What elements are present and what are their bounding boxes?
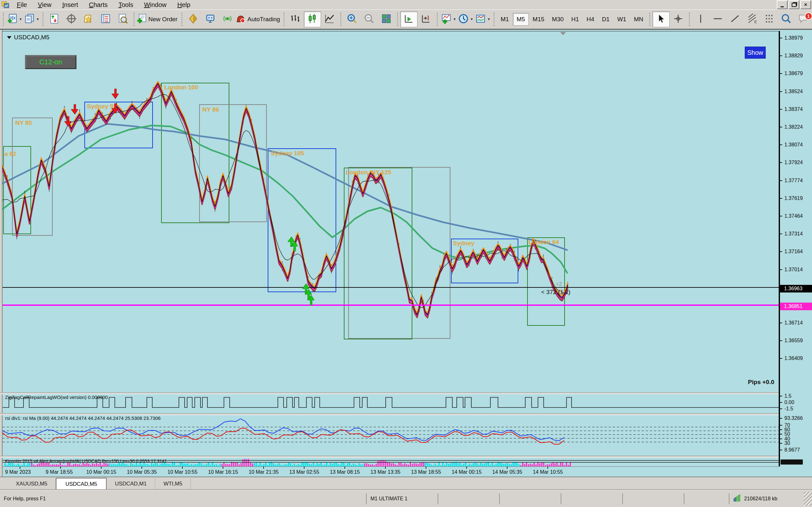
network-bars-icon (733, 494, 742, 504)
tab-xauusdm5[interactable]: XAUUSD,M5 (8, 478, 56, 489)
toolbar-group-handle[interactable] (494, 13, 495, 26)
cursor-button[interactable] (653, 11, 670, 27)
toolbar-group-handle[interactable] (3, 13, 4, 26)
price-tick-label: 8.9677 (784, 447, 800, 453)
kiosotto-axis-blob (780, 459, 803, 464)
expert-advisors-button[interactable] (202, 11, 219, 27)
navigator-button[interactable] (80, 11, 97, 27)
tile-windows-button[interactable] (378, 11, 395, 27)
signals-button[interactable] (219, 11, 236, 27)
kiosotto-indicator-pane[interactable]: Kiosotto 2015 v4 Alert Arrows|mobidik| U… (3, 458, 779, 466)
tab-usdcadm5[interactable]: USDCAD,M5 (56, 478, 107, 490)
menu-help[interactable]: Help (172, 1, 196, 8)
fibonacci-icon: E (747, 13, 757, 25)
timeframe-mn-button[interactable]: MN (630, 13, 647, 26)
toolbar-group-handle[interactable] (182, 13, 183, 26)
menu-tools[interactable]: Tools (113, 1, 139, 8)
bar-chart-button[interactable] (287, 11, 304, 27)
timeframe-m30-button[interactable]: M30 (548, 13, 567, 26)
restore-button[interactable] (789, 0, 799, 9)
toolbar-group-handle[interactable] (689, 13, 690, 26)
toolbar-group-handle[interactable] (340, 13, 341, 26)
resize-grip[interactable] (804, 492, 812, 506)
cursor-icon (656, 13, 666, 25)
templates-button[interactable]: ▼ (474, 11, 491, 27)
timeframe-w1-button[interactable]: W1 (613, 13, 630, 26)
zoom-out-button[interactable] (361, 11, 378, 27)
price-axis[interactable]: 1.389791.388291.386791.385241.383741.382… (779, 31, 812, 466)
new-chart-button[interactable]: ▼ (6, 11, 23, 27)
zigzag-indicator-pane[interactable]: ZigZagCallRepaintLagWO(wd version) 0.000… (3, 394, 779, 413)
menu-file[interactable]: File (11, 1, 32, 8)
notifications-button[interactable]: 1 (795, 11, 812, 27)
strategy-tester-icon (117, 13, 128, 25)
dropdown-arrow-icon[interactable]: ▼ (19, 17, 22, 21)
metaeditor-button[interactable] (185, 11, 202, 27)
strategy-tester-button[interactable] (114, 11, 131, 27)
dropdown-arrow-icon[interactable]: ▼ (470, 17, 473, 21)
trendline-button[interactable] (726, 11, 744, 27)
horizontal-line-button[interactable] (709, 11, 726, 27)
symbol-text: USDCAD,M5 (14, 34, 49, 41)
time-axis-tick (507, 467, 507, 469)
periods-button[interactable]: ▼ (457, 11, 474, 27)
rsi-indicator-pane[interactable]: rsi div1: rsi Ma (9.00) 44.2474 44.2474 … (3, 415, 779, 456)
show-button[interactable]: Show (745, 47, 766, 59)
profiles-button[interactable]: ▼ (23, 11, 40, 27)
data-window-button[interactable] (63, 11, 80, 27)
network-traffic-text: 210624/118 kb (744, 496, 777, 502)
timeframe-m1-button[interactable]: M1 (497, 13, 513, 26)
price-tick-mark (780, 216, 782, 216)
timeframe-h1-button[interactable]: H1 (567, 13, 583, 26)
chart-shift-button[interactable] (417, 11, 435, 27)
search-button[interactable] (778, 11, 795, 27)
candlestick-chart-button[interactable] (304, 11, 321, 27)
timeframe-m5-button[interactable]: M5 (513, 13, 529, 26)
timeframe-d1-button[interactable]: D1 (598, 13, 613, 26)
status-profile-text[interactable]: M1 ULTIMATE 1 (366, 493, 438, 504)
tab-usdcadm1[interactable]: USDCAD,M1 (107, 478, 155, 489)
vertical-line-button[interactable] (692, 11, 709, 27)
market-watch-button[interactable] (46, 11, 63, 27)
minimize-button[interactable] (777, 0, 788, 9)
line-chart-button[interactable] (321, 11, 338, 27)
menu-window[interactable]: Window (139, 1, 172, 8)
fibonacci-button[interactable]: E (744, 11, 761, 27)
session-label: London 100 (164, 84, 198, 91)
price-tick-mark (780, 233, 782, 234)
menu-insert[interactable]: Insert (57, 1, 84, 8)
window-controls: × (777, 0, 812, 9)
dropdown-arrow-icon[interactable]: ▼ (453, 17, 456, 21)
toolbar-group-handle[interactable] (437, 13, 438, 26)
zigzag-indicator-label: ZigZagCallRepaintLagWO(wd version) 0.000… (5, 395, 108, 400)
main-chart-pane[interactable]: a 62NY 85Sydney 92London 100NY 86Sydney … (3, 31, 779, 393)
menu-charts[interactable]: Charts (84, 1, 113, 8)
new-order-button[interactable]: New Order (137, 11, 179, 27)
timeframe-h4-button[interactable]: H4 (583, 13, 598, 26)
dropdown-arrow-icon[interactable]: ▼ (36, 17, 39, 21)
c12-toggle-button[interactable]: C12-on (26, 55, 76, 69)
price-tick-mark (780, 198, 782, 199)
toolbar-group-handle[interactable] (284, 13, 285, 26)
autotrading-button[interactable]: AutoTrading (236, 11, 282, 27)
toolbar-group-handle[interactable] (397, 13, 398, 26)
terminal-button[interactable] (97, 11, 114, 27)
time-axis[interactable]: 9 Mar 20239 Mar 18:5510 Mar 00:1510 Mar … (3, 466, 779, 477)
dropdown-arrow-icon[interactable]: ▼ (487, 17, 490, 21)
toolbar-group-handle[interactable] (43, 13, 44, 26)
objects-list-button[interactable] (761, 11, 778, 27)
toolbar-group-handle[interactable] (649, 13, 650, 26)
crosshair-button[interactable] (670, 11, 687, 27)
indicators-button[interactable]: ▼ (440, 11, 457, 27)
chart-shift-marker-icon[interactable] (560, 32, 566, 35)
auto-scroll-button[interactable] (400, 11, 417, 27)
zoom-in-button[interactable] (344, 11, 361, 27)
menu-view[interactable]: View (32, 1, 57, 8)
close-button[interactable]: × (800, 0, 811, 9)
timeframe-m15-button[interactable]: M15 (529, 13, 548, 26)
time-axis-label: 10 Mar 05:35 (127, 469, 157, 475)
toolbar-group-handle[interactable] (134, 13, 135, 26)
price-tick-label: 1.37164 (784, 249, 803, 255)
tab-wtim5[interactable]: WTI,M5 (155, 478, 191, 489)
price-tick-mark (780, 73, 782, 74)
